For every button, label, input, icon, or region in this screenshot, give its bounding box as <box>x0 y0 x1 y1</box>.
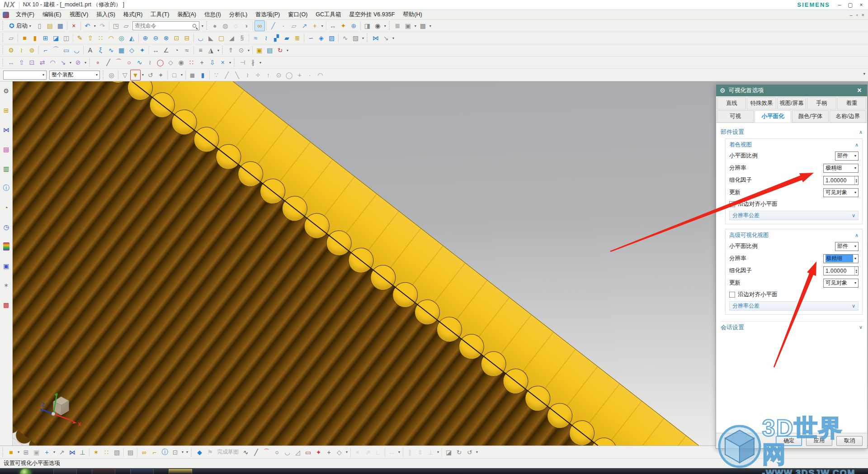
taskbar-app-1[interactable] <box>92 469 115 474</box>
menu-item-3[interactable]: 插入(S) <box>92 10 119 20</box>
selection-book-icon[interactable]: ▮ <box>198 70 208 81</box>
csys-tool-icon[interactable]: + <box>310 20 320 31</box>
point-sketch-icon[interactable]: + <box>324 447 334 458</box>
studio-surface-icon[interactable]: ◇ <box>127 45 137 56</box>
resize-blend-icon[interactable]: ◠ <box>47 57 58 68</box>
bend-icon[interactable]: ⌒ <box>51 45 61 56</box>
object-display-icon[interactable]: ◨ <box>362 20 373 31</box>
snap-midpoint-icon[interactable]: ╲ <box>232 70 242 81</box>
taskbar-app-3[interactable] <box>169 469 192 474</box>
resolution-select[interactable]: 极精细▾ <box>823 164 859 173</box>
section-session-settings[interactable]: 会话设置 ∨ <box>721 321 863 333</box>
rectangle-sketch-icon[interactable]: ▭ <box>303 447 313 458</box>
toolbar-grip[interactable] <box>366 33 368 43</box>
copy-display-icon[interactable]: ◳ <box>111 20 121 31</box>
design-feature-icon[interactable]: ■ <box>6 447 16 458</box>
new-icon[interactable]: ▯ <box>34 20 45 31</box>
text-curve-icon[interactable]: A <box>85 45 95 56</box>
toolbar-grip[interactable] <box>388 21 391 30</box>
menu-item-9[interactable]: 首选项(P) <box>251 10 284 20</box>
toolbar-grip[interactable] <box>190 448 193 457</box>
save-icon[interactable]: ▦ <box>55 20 66 31</box>
assembly-view-icon[interactable]: ⊞ <box>21 447 31 458</box>
child-minimize-button[interactable]: – <box>850 12 853 18</box>
visualization-icon[interactable]: ▮ <box>3 242 9 251</box>
toolbar-grip[interactable] <box>2 58 4 67</box>
circle-sketch-icon[interactable]: ○ <box>272 447 282 458</box>
drafting-app-icon[interactable]: ▤ <box>264 45 275 56</box>
update-select-2[interactable]: 可见对象▾ <box>823 279 859 288</box>
move-face-icon[interactable]: ↔ <box>6 57 16 68</box>
circle-icon[interactable]: ○ <box>124 57 134 68</box>
menu-item-8[interactable]: 分析(L) <box>225 10 251 20</box>
extract-body-icon[interactable]: ▧ <box>350 33 361 43</box>
resolution-tolerance-bar[interactable]: 分辨率公差 ∨ <box>729 211 859 220</box>
motion-app-icon[interactable]: ↻ <box>275 45 285 56</box>
line-icon[interactable]: ╱ <box>103 57 113 68</box>
assembly-link-icon[interactable]: ∞ <box>255 20 265 31</box>
toolbar-grip[interactable] <box>2 21 4 30</box>
start-menu-button[interactable]: ✪启动▾ <box>6 20 34 31</box>
roles-icon[interactable]: ⚙ <box>1 86 11 96</box>
snap-quadrant-icon[interactable]: ◯ <box>284 70 294 81</box>
sketch-in-task-icon[interactable]: ◆ <box>194 447 205 458</box>
split-body-icon[interactable]: ◫ <box>61 33 71 43</box>
block-icon[interactable]: ■ <box>19 33 30 43</box>
unbend-icon[interactable]: ◡ <box>71 45 82 56</box>
taskbar-app-0[interactable] <box>53 469 77 474</box>
measure-distance-icon[interactable]: ↔ <box>328 20 338 31</box>
snap-intersection-icon[interactable]: + <box>294 70 305 81</box>
snap-point-tool-icon[interactable]: ⊕ <box>349 20 359 31</box>
dropdown-arrow-icon[interactable]: ▾ <box>141 70 145 81</box>
type-filter-icon[interactable]: ▽ <box>120 70 130 81</box>
curvature-analysis-icon[interactable]: ≈ <box>182 45 192 56</box>
sew-icon[interactable]: ∽ <box>306 33 316 43</box>
dropdown-arrow-icon[interactable]: ▾ <box>200 20 205 31</box>
dropdown-arrow-icon[interactable]: ▾ <box>320 20 325 31</box>
selection-scope-combo[interactable]: 整个装配▾ <box>49 71 100 80</box>
menu-item-2[interactable]: 视图(V) <box>66 10 93 20</box>
snap-pole-icon[interactable]: ✧ <box>253 70 263 81</box>
profile-sketch-icon[interactable]: ∿ <box>241 447 251 458</box>
toolbar-grip[interactable] <box>2 46 4 55</box>
display-constraints-icon[interactable]: ◪ <box>443 447 454 458</box>
swept-icon[interactable]: ≀ <box>261 33 271 43</box>
make-corner-icon[interactable]: ∟ <box>373 447 383 458</box>
section-part-settings[interactable]: 部件设置 ∧ <box>721 127 863 137</box>
vector-tool-icon[interactable]: ↗ <box>299 20 310 31</box>
snap-endpoint-icon[interactable]: ╱ <box>222 70 232 81</box>
tab-icon[interactable]: ▭ <box>61 45 71 56</box>
toolbar-overflow-icon[interactable]: ▾ <box>863 71 865 76</box>
group-shaded-view-header[interactable]: 着色视图 ∧ <box>729 140 859 150</box>
group-advanced-header[interactable]: 高级可视化视图 ∧ <box>729 230 859 240</box>
facet-scale-select-2[interactable]: 部件▾ <box>835 242 859 251</box>
assembly-navigator-icon[interactable]: ⊞ <box>1 105 11 115</box>
dropdown-arrow-icon[interactable]: ▾ <box>83 57 88 68</box>
fillet-sketch-icon[interactable]: ◡ <box>282 447 292 458</box>
tab-颜色/字体[interactable]: 颜色/字体 <box>792 110 829 123</box>
clearance-check-icon[interactable]: ⊡ <box>170 447 180 458</box>
offset-curve-icon[interactable]: ◉ <box>176 57 186 68</box>
intersect-icon[interactable]: ⊗ <box>161 33 171 43</box>
show-hide-icon[interactable]: ◉ <box>373 20 383 31</box>
assembly-search-icon[interactable]: ◎ <box>106 70 117 81</box>
revolve-icon[interactable]: ◠ <box>106 33 116 43</box>
facet-scale-select[interactable]: 部件▾ <box>835 152 859 161</box>
align-facets-checkbox[interactable] <box>729 201 735 207</box>
history-icon[interactable]: ◷ <box>1 222 11 232</box>
resolution-select-2[interactable]: 极精细▾ <box>823 254 859 263</box>
sequence-icon[interactable]: ▧ <box>112 447 122 458</box>
snap-center-icon[interactable]: ⊙ <box>274 70 284 81</box>
sketch-icon[interactable]: ✎ <box>75 33 85 43</box>
point-icon[interactable]: + <box>197 57 207 68</box>
apply-button[interactable]: 应用 <box>806 436 832 446</box>
subtract-icon[interactable]: ⊖ <box>151 33 161 43</box>
dropdown-arrow-icon[interactable]: ▾ <box>258 57 263 68</box>
minimize-button[interactable]: – <box>836 2 843 8</box>
profile-icon[interactable]: ∘ <box>93 57 103 68</box>
delete-icon[interactable]: × <box>69 20 79 31</box>
menu-item-11[interactable]: GC工具箱 <box>311 10 345 20</box>
dropdown-arrow-icon[interactable]: ▾ <box>413 20 418 31</box>
dialog-header[interactable]: ⚙ 可视化首选项 × <box>716 85 867 96</box>
dropdown-arrow-icon[interactable]: ▾ <box>397 447 401 458</box>
